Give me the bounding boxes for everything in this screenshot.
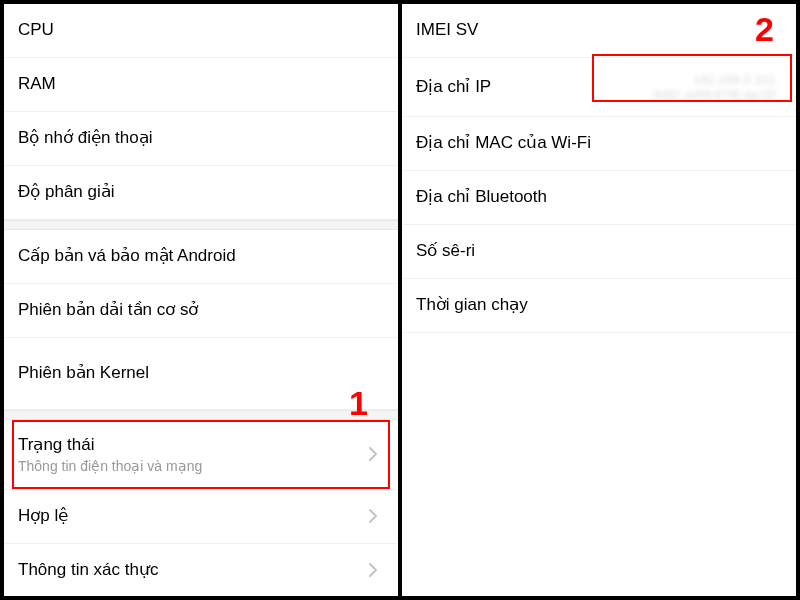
- row-ram[interactable]: RAM: [4, 58, 398, 112]
- row-label: Phiên bản Kernel: [18, 362, 149, 384]
- row-label: Trạng thái: [18, 434, 202, 456]
- row-value-blurred: 192.168.0.101 fe80::a4f9:87f6:aa:00: [653, 72, 776, 102]
- row-label: Hợp lệ: [18, 505, 68, 527]
- panel-status: 2 IMEI SV Địa chỉ IP 192.168.0.101 fe80:…: [402, 4, 796, 596]
- row-label: Địa chỉ MAC của Wi-Fi: [416, 132, 591, 154]
- row-label: Bộ nhớ điện thoại: [18, 127, 153, 149]
- row-status[interactable]: 1 Trạng thái Thông tin điện thoại và mạn…: [4, 420, 398, 490]
- section-divider: [4, 410, 398, 420]
- row-label: Địa chỉ Bluetooth: [416, 186, 547, 208]
- row-cpu[interactable]: CPU: [4, 4, 398, 58]
- row-resolution[interactable]: Độ phân giải: [4, 166, 398, 220]
- row-imei-sv[interactable]: IMEI SV: [402, 4, 796, 58]
- row-credentials[interactable]: Thông tin xác thực: [4, 544, 398, 596]
- row-storage[interactable]: Bộ nhớ điện thoại: [4, 112, 398, 166]
- row-label: IMEI SV: [416, 19, 478, 41]
- row-wifi-mac[interactable]: Địa chỉ MAC của Wi-Fi: [402, 117, 796, 171]
- section-divider: [4, 220, 398, 230]
- chevron-right-icon: [362, 505, 384, 527]
- chevron-right-icon: [362, 559, 384, 581]
- row-uptime[interactable]: Thời gian chạy: [402, 279, 796, 333]
- row-label: Cấp bản vá bảo mật Android: [18, 245, 236, 267]
- row-label: Thông tin xác thực: [18, 559, 158, 581]
- row-baseband[interactable]: Phiên bản dải tần cơ sở: [4, 284, 398, 338]
- chevron-right-icon: [362, 443, 384, 465]
- row-label: Số sê-ri: [416, 240, 475, 262]
- row-label: CPU: [18, 19, 54, 41]
- row-ip-address[interactable]: Địa chỉ IP 192.168.0.101 fe80::a4f9:87f6…: [402, 58, 796, 117]
- row-serial-number[interactable]: Số sê-ri: [402, 225, 796, 279]
- row-legal[interactable]: Hợp lệ: [4, 490, 398, 544]
- row-label: Thời gian chạy: [416, 294, 528, 316]
- row-label: RAM: [18, 73, 56, 95]
- tutorial-frame: CPU RAM Bộ nhớ điện thoại Độ phân giải C…: [0, 0, 800, 600]
- row-sublabel: Thông tin điện thoại và mạng: [18, 458, 202, 475]
- row-kernel[interactable]: Phiên bản Kernel: [4, 338, 398, 410]
- row-label: Độ phân giải: [18, 181, 115, 203]
- row-bluetooth-address[interactable]: Địa chỉ Bluetooth: [402, 171, 796, 225]
- panel-about-device: CPU RAM Bộ nhớ điện thoại Độ phân giải C…: [4, 4, 402, 596]
- row-label: Địa chỉ IP: [416, 76, 491, 98]
- row-label: Phiên bản dải tần cơ sở: [18, 299, 198, 321]
- row-security-patch[interactable]: Cấp bản vá bảo mật Android: [4, 230, 398, 284]
